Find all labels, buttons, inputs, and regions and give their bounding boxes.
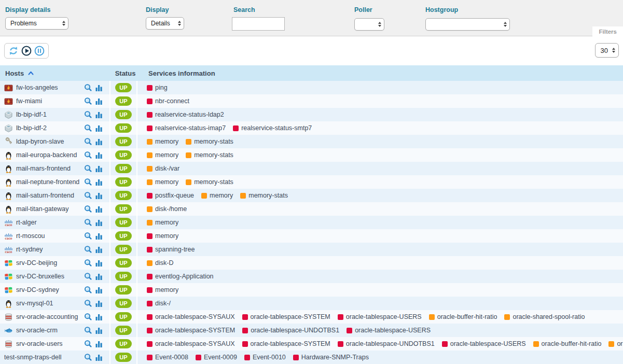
- filters-tab[interactable]: Filters: [592, 26, 623, 36]
- host-graph-chart-icon[interactable]: [95, 205, 103, 213]
- services-column-header[interactable]: Services information: [139, 69, 623, 77]
- service-item[interactable]: oracle-shared-spool-ratio: [504, 313, 585, 320]
- host-graph-chart-icon[interactable]: [95, 286, 103, 294]
- host-name[interactable]: srv-DC-beijing: [16, 259, 84, 267]
- host-detail-magnifier-icon[interactable]: [84, 205, 92, 213]
- host-detail-magnifier-icon[interactable]: [84, 299, 92, 307]
- host-graph-chart-icon[interactable]: [95, 259, 103, 267]
- host-graph-chart-icon[interactable]: [95, 165, 103, 173]
- service-item[interactable]: nbr-connect: [147, 97, 189, 105]
- host-detail-magnifier-icon[interactable]: [84, 191, 92, 200]
- service-item[interactable]: Event-0010: [244, 354, 286, 361]
- pause-icon[interactable]: [34, 46, 45, 56]
- service-item[interactable]: memory: [147, 219, 178, 226]
- status-column-header[interactable]: Status: [112, 69, 139, 77]
- host-detail-magnifier-icon[interactable]: [84, 259, 92, 267]
- service-item[interactable]: oracle-tablespace-SYSTEM: [242, 313, 330, 320]
- service-item[interactable]: memory: [201, 192, 233, 199]
- service-item[interactable]: oracle-shared-spool-ratio: [608, 340, 623, 347]
- service-item[interactable]: Event-0008: [147, 354, 188, 361]
- service-item[interactable]: realservice-status-ldap2: [147, 111, 224, 118]
- host-graph-chart-icon[interactable]: [95, 246, 103, 254]
- host-detail-magnifier-icon[interactable]: [84, 232, 92, 240]
- service-item[interactable]: Hardware-SNMP-Traps: [293, 354, 369, 361]
- host-graph-chart-icon[interactable]: [95, 97, 103, 105]
- service-item[interactable]: memory: [147, 151, 178, 159]
- host-graph-chart-icon[interactable]: [95, 273, 103, 281]
- service-item[interactable]: memory: [147, 178, 178, 186]
- host-name[interactable]: mail-saturn-frontend: [16, 192, 84, 199]
- host-graph-chart-icon[interactable]: [95, 138, 103, 146]
- per-page-select[interactable]: 30: [595, 43, 619, 58]
- host-detail-magnifier-icon[interactable]: [84, 178, 92, 186]
- host-name[interactable]: rt-sydney: [16, 246, 84, 253]
- service-item[interactable]: postfix-queue: [147, 192, 194, 199]
- host-graph-chart-icon[interactable]: [95, 219, 103, 227]
- host-detail-magnifier-icon[interactable]: [84, 353, 92, 361]
- host-graph-chart-icon[interactable]: [95, 313, 103, 321]
- host-name[interactable]: fw-miami: [16, 97, 84, 105]
- host-graph-chart-icon[interactable]: [95, 300, 103, 307]
- service-item[interactable]: realservice-status-smtp7: [233, 124, 312, 132]
- host-name[interactable]: rt-alger: [16, 219, 84, 226]
- host-name[interactable]: mail-titan-gateway: [16, 205, 84, 213]
- service-item[interactable]: disk-/home: [147, 205, 187, 213]
- host-graph-chart-icon[interactable]: [95, 124, 103, 132]
- host-name[interactable]: srv-oracle-crm: [16, 327, 84, 334]
- host-graph-chart-icon[interactable]: [95, 111, 103, 119]
- host-detail-magnifier-icon[interactable]: [84, 218, 92, 227]
- service-item[interactable]: oracle-buffer-hit-ratio: [429, 313, 497, 320]
- host-name[interactable]: srv-DC-sydney: [16, 286, 84, 293]
- service-item[interactable]: spanning-tree: [147, 246, 195, 253]
- host-graph-chart-icon[interactable]: [95, 84, 103, 92]
- host-detail-magnifier-icon[interactable]: [84, 313, 92, 321]
- service-item[interactable]: Event-0009: [196, 354, 237, 361]
- service-item[interactable]: disk-/var: [147, 165, 179, 172]
- service-item[interactable]: eventlog-Application: [147, 273, 214, 280]
- host-detail-magnifier-icon[interactable]: [84, 286, 92, 294]
- host-name[interactable]: srv-oracle-accounting: [16, 313, 84, 320]
- service-item[interactable]: realservice-status-imap7: [147, 124, 226, 132]
- host-detail-magnifier-icon[interactable]: [84, 83, 92, 92]
- host-detail-magnifier-icon[interactable]: [84, 340, 92, 348]
- service-item[interactable]: oracle-tablespace-SYSAUX: [147, 313, 235, 320]
- host-detail-magnifier-icon[interactable]: [84, 110, 92, 119]
- host-graph-chart-icon[interactable]: [95, 151, 103, 159]
- host-detail-magnifier-icon[interactable]: [84, 164, 92, 173]
- host-name[interactable]: fw-los-angeles: [16, 84, 84, 91]
- host-graph-chart-icon[interactable]: [95, 232, 103, 240]
- host-name[interactable]: rt-moscou: [16, 232, 84, 240]
- service-item[interactable]: ping: [147, 84, 168, 91]
- host-name[interactable]: mail-europa-backend: [16, 151, 84, 159]
- service-item[interactable]: disk-/: [147, 300, 171, 307]
- host-name[interactable]: mail-mars-frontend: [16, 165, 84, 172]
- host-detail-magnifier-icon[interactable]: [84, 137, 92, 146]
- service-item[interactable]: memory-stats: [186, 151, 233, 159]
- host-graph-chart-icon[interactable]: [95, 192, 103, 200]
- host-name[interactable]: lb-bip-idf-2: [16, 124, 84, 132]
- hosts-column-header[interactable]: Hosts: [0, 69, 112, 77]
- host-name[interactable]: srv-mysql-01: [16, 300, 84, 307]
- host-name[interactable]: lb-bip-idf-1: [16, 111, 84, 118]
- host-graph-chart-icon[interactable]: [95, 340, 103, 348]
- service-item[interactable]: disk-D: [147, 259, 173, 267]
- service-item[interactable]: oracle-tablespace-UNDOTBS1: [338, 340, 435, 347]
- poller-select[interactable]: [354, 18, 384, 31]
- host-graph-chart-icon[interactable]: [95, 354, 103, 361]
- service-item[interactable]: memory-stats: [240, 192, 288, 199]
- service-item[interactable]: oracle-tablespace-USERS: [347, 327, 431, 334]
- service-item[interactable]: memory-stats: [186, 178, 233, 186]
- host-graph-chart-icon[interactable]: [95, 178, 103, 186]
- hostgroup-select[interactable]: [425, 18, 510, 31]
- service-item[interactable]: oracle-tablespace-USERS: [442, 340, 526, 347]
- play-icon[interactable]: [21, 46, 32, 56]
- service-item[interactable]: oracle-tablespace-USERS: [338, 313, 422, 320]
- service-item[interactable]: memory: [147, 232, 178, 240]
- host-detail-magnifier-icon[interactable]: [84, 272, 92, 281]
- service-item[interactable]: memory: [147, 138, 178, 145]
- host-name[interactable]: srv-oracle-users: [16, 340, 84, 347]
- host-detail-magnifier-icon[interactable]: [84, 245, 92, 254]
- service-item[interactable]: oracle-tablespace-SYSAUX: [147, 340, 235, 347]
- service-item[interactable]: oracle-tablespace-SYSTEM: [147, 327, 235, 334]
- search-input[interactable]: [232, 17, 285, 31]
